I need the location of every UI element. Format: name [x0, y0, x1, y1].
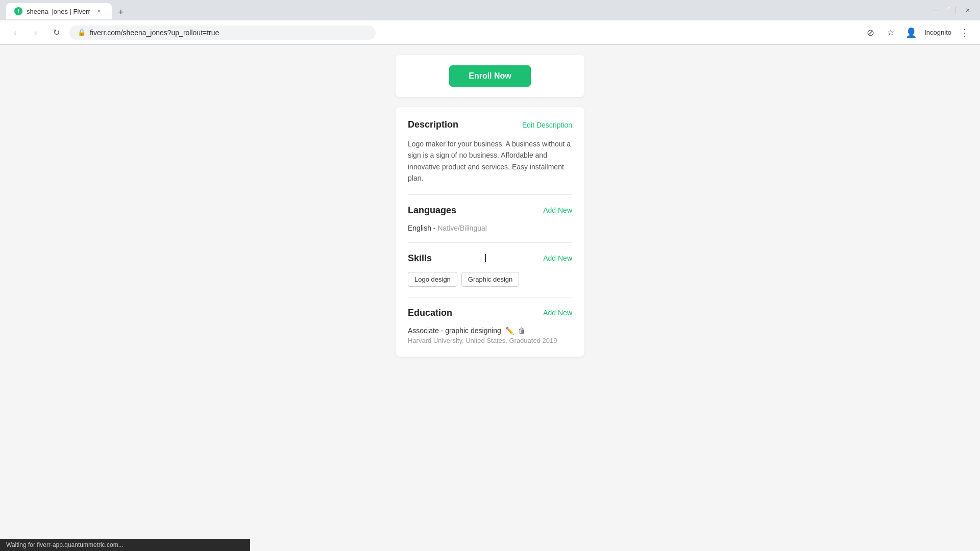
language-name: English	[408, 224, 431, 232]
skill-tag-logo-design: Logo design	[408, 272, 457, 287]
cast-icon[interactable]: ⊘	[863, 26, 877, 40]
forward-button[interactable]: ›	[29, 26, 43, 40]
education-detail: Harvard University, United States, Gradu…	[408, 337, 572, 344]
status-text: Waiting for fiverr-app.quantummetric.com…	[6, 541, 124, 548]
description-section-header: Description Edit Description	[408, 119, 572, 130]
address-actions: ⊘ ☆ 👤 Incognito ⋮	[863, 26, 972, 40]
languages-section-header: Languages Add New	[408, 205, 572, 216]
back-button[interactable]: ‹	[8, 26, 22, 40]
address-bar: ‹ › ↻ 🔒 fiverr.com/sheena_jones?up_rollo…	[0, 20, 980, 45]
education-title: Education	[408, 308, 452, 318]
skills-title: Skills	[408, 253, 432, 264]
lock-icon: 🔒	[78, 29, 86, 36]
tab-close-button[interactable]: ×	[94, 7, 104, 16]
reload-button[interactable]: ↻	[49, 26, 63, 40]
page-content: Enroll Now Description Edit Description …	[0, 45, 980, 533]
add-skill-link[interactable]: Add New	[543, 254, 572, 262]
language-item: English - Native/Bilingual	[408, 224, 572, 232]
menu-icon[interactable]: ⋮	[958, 26, 972, 40]
language-level: Native/Bilingual	[437, 224, 487, 232]
title-bar: f sheena_jones | Fiverr × + — ⬜ ×	[0, 0, 980, 20]
edit-description-link[interactable]: Edit Description	[522, 121, 572, 129]
browser-tab[interactable]: f sheena_jones | Fiverr ×	[6, 3, 112, 19]
education-edit-icon[interactable]: ✏️	[505, 327, 514, 335]
profile-card: Description Edit Description Logo maker …	[396, 107, 584, 357]
bookmark-icon[interactable]: ☆	[884, 26, 898, 40]
window-controls: — ⬜ ×	[929, 4, 974, 16]
close-button[interactable]: ×	[962, 4, 974, 16]
skill-tag-graphic-design: Graphic design	[461, 272, 519, 287]
skills-section-header: Skills Add New	[408, 253, 572, 264]
minimize-button[interactable]: —	[929, 4, 941, 16]
education-item: Associate - graphic designing ✏️ 🗑 Harva…	[408, 327, 572, 344]
main-area: Enroll Now Description Edit Description …	[365, 45, 615, 533]
enroll-card: Enroll Now	[396, 55, 584, 97]
browser-chrome: f sheena_jones | Fiverr × + — ⬜ × ‹ › ↻ …	[0, 0, 980, 45]
maximize-button[interactable]: ⬜	[945, 4, 958, 16]
description-text: Logo maker for your business. A business…	[408, 138, 572, 184]
profile-icon[interactable]: 👤	[904, 26, 918, 40]
education-section-header: Education Add New	[408, 308, 572, 318]
education-degree-text: Associate - graphic designing	[408, 327, 501, 335]
tab-title: sheena_jones | Fiverr	[27, 8, 90, 15]
education-degree-row: Associate - graphic designing ✏️ 🗑	[408, 327, 572, 335]
divider-2	[408, 242, 572, 243]
enroll-now-button[interactable]: Enroll Now	[449, 65, 531, 87]
description-title: Description	[408, 119, 458, 130]
tab-favicon: f	[14, 7, 22, 15]
add-education-link[interactable]: Add New	[543, 309, 572, 317]
url-text: fiverr.com/sheena_jones?up_rollout=true	[90, 29, 219, 37]
skills-container: Logo design Graphic design	[408, 272, 572, 287]
new-tab-button[interactable]: +	[114, 5, 128, 19]
incognito-label: Incognito	[924, 29, 951, 36]
status-bar: Waiting for fiverr-app.quantummetric.com…	[0, 539, 250, 551]
education-delete-icon[interactable]: 🗑	[518, 327, 525, 335]
languages-title: Languages	[408, 205, 456, 216]
divider-3	[408, 297, 572, 297]
add-language-link[interactable]: Add New	[543, 206, 572, 214]
url-bar[interactable]: 🔒 fiverr.com/sheena_jones?up_rollout=tru…	[69, 26, 376, 40]
divider-1	[408, 194, 572, 195]
